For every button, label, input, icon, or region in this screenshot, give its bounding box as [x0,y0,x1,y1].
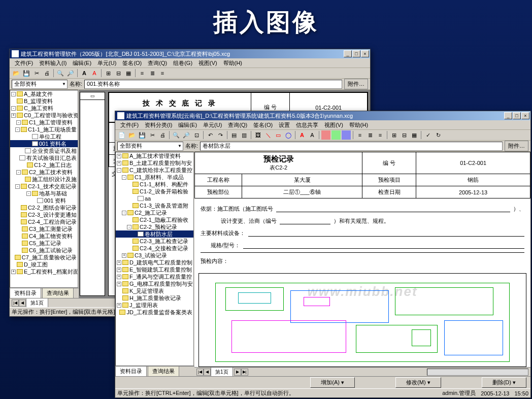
tree-item[interactable]: 有关试验项目汇总表 [10,154,78,161]
menu-help[interactable]: 帮助(H) [220,58,245,68]
tree-item[interactable]: +C0_工程管理与验收资料 [10,112,78,119]
scrollbar-h[interactable] [427,369,528,376]
tree-item[interactable]: -A_基建文件 [10,90,78,97]
page-tab[interactable]: 第1页 [211,367,233,377]
expander-icon[interactable]: + [117,260,121,265]
menu-sign[interactable]: 签名(O) [119,58,145,68]
menu-share[interactable]: 信息共享 [293,120,321,129]
tb-save-icon[interactable]: 💾 [22,69,31,78]
tree-item[interactable]: JD_工程质量监督备案类表 [116,309,193,316]
tab-catalog[interactable]: 资料目录 [115,366,147,376]
tb-open-icon[interactable]: 📂 [12,69,21,78]
filter-combo[interactable]: 全部资料 [12,80,68,89]
tb-color1-icon[interactable] [321,130,330,140]
tb-refresh-icon[interactable]: ↻ [434,130,443,140]
tb-color2-icon[interactable] [331,130,341,140]
tree-item[interactable]: D_竣工图 [10,261,78,268]
tb-font-icon[interactable]: A [308,130,317,140]
tree-item[interactable]: C1-1_材料、构配件 [116,181,193,188]
expander-icon[interactable]: - [11,106,16,111]
tree-item[interactable]: C1-2_设备开箱检验 [116,188,193,195]
tree-item[interactable]: 单位工程 [10,133,78,140]
expander-icon[interactable]: - [122,211,126,215]
tab-query[interactable]: 查询结果 [42,288,74,298]
menu-unit[interactable]: 单元(U) [94,58,119,68]
tree-item[interactable]: B_监理资料 [10,97,78,105]
tree-item[interactable]: C3_施工测量记录 [10,225,78,232]
tree-item[interactable]: K_见证管理表 [116,287,193,294]
tree-item[interactable]: 001 资料 [10,197,78,204]
expander-icon[interactable]: + [117,268,121,272]
tree-item[interactable]: 施工组织设计及施 [10,176,78,183]
spec-input[interactable] [243,242,524,249]
menu-file[interactable]: 文件(F) [117,120,142,129]
tb-zoomout-icon[interactable]: 🔎 [182,130,191,140]
tb-new-icon[interactable]: 📄 [117,130,126,140]
tb-alignl-icon[interactable]: ≡ [138,69,147,78]
tree-item[interactable]: +D_建筑电气工程质量控制 [116,259,193,266]
f-date[interactable]: 2005-12-13 [416,186,530,198]
minimize-button[interactable]: _ [344,50,352,57]
tree-item[interactable]: 企业资质证书及相 [10,147,78,154]
expander-icon[interactable]: + [122,253,126,258]
tree-item[interactable]: -C2_施工技术资料 [10,169,78,176]
tree-item[interactable]: -C2_施工记录 [116,209,193,216]
tree-item[interactable]: C2-1_隐蔽工程验收 [116,216,193,223]
expander-icon[interactable]: + [117,275,121,279]
tb-merge-icon[interactable]: ⊟ [400,130,409,140]
tree-item[interactable]: +G_电梯工程质量控制与安 [116,280,193,287]
expander-icon[interactable]: - [122,175,126,180]
menu-edit[interactable]: 编辑(E) [70,58,94,68]
menu-file[interactable]: 文件(F) [12,58,36,68]
tree-item[interactable]: C5_施工记录 [10,240,78,247]
minimize-button[interactable]: _ [504,112,512,119]
expander-icon[interactable]: - [15,184,20,189]
tree-panel-2[interactable]: +A_施工技术管理资料+B_土建工程质量控制与安-C_建筑给排水工程质量控-C1… [115,152,194,366]
tree-item[interactable]: -C1_施工管理资料 [10,119,78,126]
add-button[interactable]: 增加(A) ▾ [310,377,355,388]
name-input[interactable]: 001.资料名称 [84,80,342,89]
cad-drawing[interactable]: www.miubb.net [198,273,526,367]
tree-item[interactable]: aa [116,195,193,202]
close-button[interactable]: × [361,50,369,57]
expander-icon[interactable]: + [117,154,121,158]
filter-combo[interactable]: 全部资料 [117,142,183,151]
tb-grid-icon[interactable]: ▦ [410,130,419,140]
tb-image-icon[interactable]: 🖼 [253,130,262,140]
menu-category[interactable]: 资料分类(I) [142,120,175,129]
f-item[interactable]: 钢筋 [416,174,530,186]
menu-view[interactable]: 视图(V) [195,58,220,68]
expander-icon[interactable]: - [15,127,20,132]
maximize-button[interactable]: □ [352,50,360,57]
tree-item[interactable]: -C1_原材料、半成品 [116,174,193,181]
f-pos[interactable]: 二层①___⑥轴 [242,186,362,198]
yiju-input[interactable] [276,205,510,212]
expander-icon[interactable]: - [11,92,16,96]
tb-zoomin-icon[interactable]: 🔍 [56,69,65,78]
expander-icon[interactable]: + [117,161,121,165]
nav-first-icon[interactable]: |◀ [12,300,19,307]
tb-open-icon[interactable]: 📂 [127,130,137,140]
expander-icon[interactable]: - [117,168,121,173]
tree-item[interactable]: -C_建筑给排水工程质量控 [116,167,193,174]
tree-item[interactable]: +C3_试验记录 [116,252,193,259]
expander-icon[interactable]: - [16,170,21,175]
tb-insert-row-icon[interactable]: ▤ [229,130,239,140]
tree-item[interactable]: -C1-1_施工现场质量 [10,126,78,133]
nav-prev-icon[interactable]: ◀ [19,300,26,307]
nav-last-icon[interactable]: ▶| [241,369,248,376]
tb-border-icon[interactable]: ⊞ [104,69,113,78]
menu-input[interactable]: 资料输入(I) [36,58,70,68]
expander-icon[interactable]: + [11,113,16,118]
tb-del-row-icon[interactable]: ▥ [240,130,249,140]
tb-fit-icon[interactable]: ⊡ [192,130,201,140]
tree-item[interactable]: C1-2_施工日志 [10,161,78,169]
tb-check-icon[interactable]: ✓ [423,130,433,140]
expander-icon[interactable]: - [26,191,31,196]
close-button[interactable]: × [521,112,529,119]
page-tab[interactable]: 第1页 [26,298,48,308]
bianhao-input[interactable] [280,217,330,224]
menu-edit[interactable]: 编辑(E) [175,120,200,129]
tab-query[interactable]: 查询结果 [148,366,179,376]
tree-item[interactable]: -C2-1_技术交底记录 [10,183,78,190]
